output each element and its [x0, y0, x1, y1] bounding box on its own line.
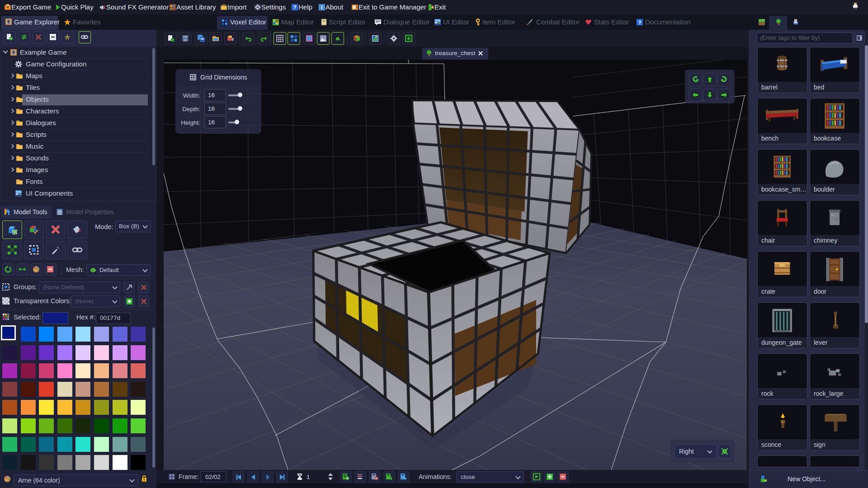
svg-text:i: i: [321, 5, 322, 10]
svg-text:?: ?: [293, 5, 297, 10]
svg-text:+: +: [10, 37, 12, 41]
svg-text:?: ?: [638, 20, 642, 25]
